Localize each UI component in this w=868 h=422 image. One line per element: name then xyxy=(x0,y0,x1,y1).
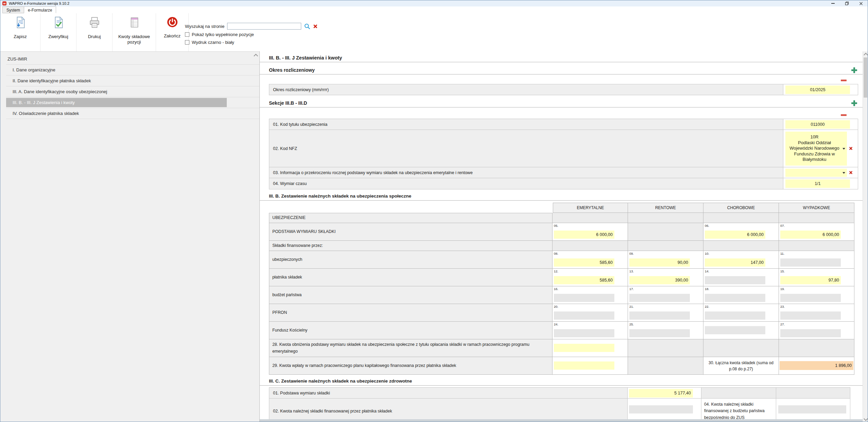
sekcje-section-title: Sekcje III.B - III.D xyxy=(269,100,307,106)
sidebar-item-3[interactable]: III. A. Dane identyfikacyjne osoby ubezp… xyxy=(6,86,259,97)
filled-only-label: Pokaż tylko wypełnione pozycje xyxy=(192,32,254,37)
total-label: 30. Łączna kwota składek (suma od p.08 d… xyxy=(708,360,774,372)
cell-input[interactable]: 6 000,00 xyxy=(705,231,765,239)
kod-tytulu-label: 01. Kod tytułu ubezpieczenia xyxy=(269,119,783,130)
cell-input[interactable]: 90,00 xyxy=(629,258,690,267)
bw-print-checkbox[interactable] xyxy=(185,40,189,45)
clear-search-icon[interactable] xyxy=(313,24,318,29)
search-icon[interactable] xyxy=(304,23,310,30)
cell-input xyxy=(780,311,841,320)
component-amounts-button[interactable]: Kwoty składowe pozycji xyxy=(113,13,156,51)
table-cell: 15.97,80 xyxy=(779,269,854,286)
cell-input[interactable] xyxy=(554,344,614,352)
cell-number: 25. xyxy=(629,322,634,326)
bottom-scroll-strip[interactable] xyxy=(260,419,863,422)
kod-tytulu-input[interactable]: 011000 xyxy=(785,120,850,129)
table-cell: 13.390,00 xyxy=(628,269,703,286)
tab-system[interactable]: System xyxy=(2,6,24,13)
sidebar-item-5[interactable]: IV. Oświadczenie płatnika składek xyxy=(6,108,259,119)
health-row-2: 02. Kwota należnej składki finansowanej … xyxy=(269,399,850,422)
cell-input[interactable]: 97,80 xyxy=(780,276,841,284)
scrollbar-thumb[interactable] xyxy=(864,57,867,98)
table-cell xyxy=(628,213,703,223)
cell-number: 12. xyxy=(554,269,558,273)
cell-number: 16. xyxy=(554,287,558,291)
cell-number: 09. xyxy=(629,252,634,255)
table-header-spacer xyxy=(269,203,553,213)
scroll-up-icon[interactable] xyxy=(864,53,867,56)
search-input[interactable] xyxy=(227,23,301,30)
social-table-title: III. B. Zestawienie należnych składek na… xyxy=(269,192,863,200)
printer-icon xyxy=(88,16,101,30)
cell-input xyxy=(705,276,765,284)
table-cell xyxy=(628,241,703,251)
blank-cell xyxy=(701,387,776,399)
cell-input[interactable]: 585,60 xyxy=(554,258,614,267)
clear-field-icon[interactable] xyxy=(849,170,853,176)
table-cell: 06.6 000,00 xyxy=(703,223,779,241)
save-button[interactable]: Zapisz xyxy=(0,13,40,51)
cell-number: 07. xyxy=(780,224,785,227)
close-icon[interactable] xyxy=(859,1,863,5)
table-cell: 27. xyxy=(779,322,854,339)
cell-input xyxy=(554,294,614,302)
sidebar-item-2[interactable]: II. Dane identyfikacyjne płatnika składe… xyxy=(6,75,259,86)
przekroczenie-select[interactable] xyxy=(785,169,847,177)
divider-rule xyxy=(260,62,863,62)
dropdown-arrow-icon[interactable] xyxy=(843,172,845,174)
filled-only-checkbox[interactable] xyxy=(185,32,189,37)
menu-bar: System e-Formularze xyxy=(0,6,868,14)
cell-input[interactable]: 390,00 xyxy=(629,276,690,284)
table-cell xyxy=(779,241,854,251)
table-header-row: EMERYTALNERENTOWECHOROBOWEWYPADKOWE xyxy=(269,203,854,213)
okres-input[interactable]: 01/2025 xyxy=(785,85,850,94)
sidebar-scroll-up-icon[interactable] xyxy=(254,54,257,57)
sidebar-item-label: I. Dane organizacyjne xyxy=(13,67,55,72)
wymiar-czasu-row: 04. Wymiar czasu 1/1 xyxy=(269,178,858,189)
kod-nfz-name: Podlaski Oddział Wojewódzki Narodowego F… xyxy=(787,140,841,163)
verify-button[interactable]: Zweryfikuj xyxy=(40,13,76,51)
table-cell: 20. xyxy=(552,304,628,322)
table-cell: 1 896,00 xyxy=(779,357,854,375)
remove-section-icon[interactable] xyxy=(841,80,847,81)
sidebar-item-1[interactable]: I. Dane organizacyjne xyxy=(6,65,259,75)
cell-input[interactable]: 6 000,00 xyxy=(554,231,614,239)
minimize-icon[interactable] xyxy=(831,1,835,5)
cell-number: 06. xyxy=(705,224,709,227)
table-row: 28. Kwota obniżenia podstawy wymiaru skł… xyxy=(269,339,854,357)
cell-input[interactable] xyxy=(554,361,614,370)
kod-nfz-select[interactable]: 10R Podlaski Oddział Wojewódzki Narodowe… xyxy=(785,132,847,166)
scroll-down-icon[interactable] xyxy=(864,417,867,420)
row-label: PODSTAWA WYMIARU SKŁADKI xyxy=(269,223,552,241)
clear-field-icon[interactable] xyxy=(849,146,853,152)
restore-icon[interactable] xyxy=(845,1,849,5)
tab-e-formularze[interactable]: e-Formularze xyxy=(24,6,56,13)
exit-button[interactable]: Zakończ xyxy=(156,13,189,51)
print-button[interactable]: Drukuj xyxy=(76,13,113,51)
cell-input[interactable]: 147,00 xyxy=(705,258,765,267)
table-cell xyxy=(552,357,628,375)
cell-input xyxy=(780,329,841,337)
wymiar-czasu-input[interactable]: 1/1 xyxy=(785,180,850,188)
cell-input xyxy=(554,329,614,337)
cell-input[interactable]: 6 000,00 xyxy=(780,231,841,239)
verify-document-icon xyxy=(52,16,65,30)
table-cell: 07.6 000,00 xyxy=(779,223,854,241)
cell-number: 20. xyxy=(554,305,558,308)
add-section-icon[interactable] xyxy=(851,67,857,73)
sidebar-item-root[interactable]: ZUS-IMIR xyxy=(6,54,259,65)
table-cell xyxy=(628,339,703,357)
cell-number: 17. xyxy=(629,287,634,291)
sidebar-item-4[interactable]: III. B. - III. J Zestawienia i kwoty xyxy=(6,97,259,108)
table-cell: 22. xyxy=(703,304,779,322)
health-basis-input[interactable]: 5 177,40 xyxy=(629,389,693,398)
table-cell xyxy=(703,322,779,339)
page-title: III. B. - III. J Zestawienia i kwoty xyxy=(269,54,863,62)
cell-input[interactable]: 585,60 xyxy=(554,276,614,284)
dropdown-arrow-icon[interactable] xyxy=(843,148,845,150)
add-section-icon[interactable] xyxy=(851,100,857,106)
vertical-scrollbar[interactable] xyxy=(863,51,868,422)
row-label: budżet państwa xyxy=(269,286,552,304)
divider-rule xyxy=(260,200,863,201)
remove-section-icon[interactable] xyxy=(841,114,847,116)
